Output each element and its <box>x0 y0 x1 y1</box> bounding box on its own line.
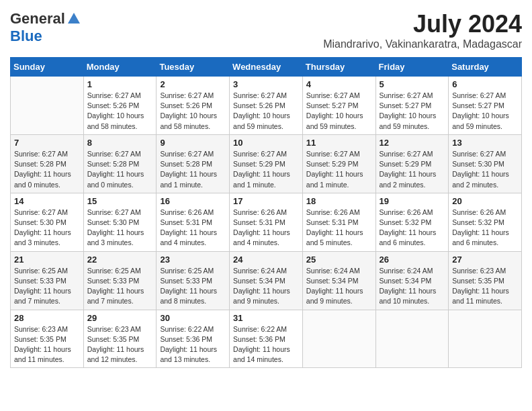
day-number: 13 <box>452 138 518 148</box>
day-info: Sunrise: 6:27 AMSunset: 5:28 PMDaylight:… <box>160 149 226 190</box>
day-number: 3 <box>233 79 299 89</box>
day-info: Sunrise: 6:27 AMSunset: 5:30 PMDaylight:… <box>452 149 518 190</box>
day-number: 5 <box>380 79 445 89</box>
calendar-cell: 13Sunrise: 6:27 AMSunset: 5:30 PMDayligh… <box>449 134 522 193</box>
calendar-cell: 16Sunrise: 6:26 AMSunset: 5:31 PMDayligh… <box>157 193 230 251</box>
day-info: Sunrise: 6:27 AMSunset: 5:26 PMDaylight:… <box>233 91 299 132</box>
calendar-cell: 7Sunrise: 6:27 AMSunset: 5:28 PMDaylight… <box>11 134 84 193</box>
calendar-cell: 1Sunrise: 6:27 AMSunset: 5:26 PMDaylight… <box>83 77 157 135</box>
calendar-cell: 6Sunrise: 6:27 AMSunset: 5:27 PMDaylight… <box>449 77 522 135</box>
header-row: SundayMondayTuesdayWednesdayThursdayFrid… <box>11 58 522 77</box>
calendar-cell: 30Sunrise: 6:22 AMSunset: 5:36 PMDayligh… <box>157 310 230 368</box>
day-info: Sunrise: 6:22 AMSunset: 5:36 PMDaylight:… <box>160 324 226 365</box>
day-info: Sunrise: 6:27 AMSunset: 5:29 PMDaylight:… <box>233 149 299 190</box>
day-info: Sunrise: 6:22 AMSunset: 5:36 PMDaylight:… <box>233 324 299 365</box>
calendar-cell <box>449 310 522 368</box>
calendar-table: SundayMondayTuesdayWednesdayThursdayFrid… <box>10 57 522 368</box>
month-title: July 2024 <box>323 10 522 38</box>
page-header: General Blue July 2024 Miandrarivo, Vaki… <box>10 10 522 50</box>
calendar-cell <box>11 77 84 135</box>
calendar-cell: 20Sunrise: 6:26 AMSunset: 5:32 PMDayligh… <box>449 193 522 251</box>
day-info: Sunrise: 6:27 AMSunset: 5:29 PMDaylight:… <box>380 149 445 190</box>
day-info: Sunrise: 6:27 AMSunset: 5:26 PMDaylight:… <box>87 91 153 132</box>
svg-marker-0 <box>68 13 80 24</box>
day-number: 11 <box>306 138 372 148</box>
calendar-cell: 12Sunrise: 6:27 AMSunset: 5:29 PMDayligh… <box>375 134 449 193</box>
day-number: 16 <box>160 196 226 206</box>
day-number: 15 <box>87 196 153 206</box>
day-number: 20 <box>452 196 518 206</box>
calendar-cell: 31Sunrise: 6:22 AMSunset: 5:36 PMDayligh… <box>230 310 303 368</box>
location-title: Miandrarivo, Vakinankaratra, Madagascar <box>323 38 522 50</box>
week-row: 7Sunrise: 6:27 AMSunset: 5:28 PMDaylight… <box>11 134 522 193</box>
day-info: Sunrise: 6:26 AMSunset: 5:32 PMDaylight:… <box>452 208 518 248</box>
day-info: Sunrise: 6:23 AMSunset: 5:35 PMDaylight:… <box>14 324 80 365</box>
week-row: 28Sunrise: 6:23 AMSunset: 5:35 PMDayligh… <box>11 310 522 368</box>
day-number: 24 <box>233 255 299 265</box>
day-number: 14 <box>14 196 80 206</box>
day-number: 4 <box>306 79 372 89</box>
day-info: Sunrise: 6:25 AMSunset: 5:33 PMDaylight:… <box>160 266 226 307</box>
calendar-cell: 15Sunrise: 6:27 AMSunset: 5:30 PMDayligh… <box>83 193 157 251</box>
day-info: Sunrise: 6:25 AMSunset: 5:33 PMDaylight:… <box>87 266 153 307</box>
day-info: Sunrise: 6:23 AMSunset: 5:35 PMDaylight:… <box>87 324 153 365</box>
calendar-cell <box>375 310 449 368</box>
day-info: Sunrise: 6:27 AMSunset: 5:27 PMDaylight:… <box>452 91 518 132</box>
day-number: 23 <box>160 255 226 265</box>
day-number: 8 <box>87 138 153 148</box>
day-number: 17 <box>233 196 299 206</box>
week-row: 14Sunrise: 6:27 AMSunset: 5:30 PMDayligh… <box>11 193 522 251</box>
day-number: 22 <box>87 255 153 265</box>
day-info: Sunrise: 6:25 AMSunset: 5:33 PMDaylight:… <box>14 266 80 307</box>
day-number: 10 <box>233 138 299 148</box>
calendar-cell: 27Sunrise: 6:23 AMSunset: 5:35 PMDayligh… <box>449 251 522 310</box>
day-number: 29 <box>87 313 153 323</box>
day-number: 21 <box>14 255 80 265</box>
calendar-cell: 24Sunrise: 6:24 AMSunset: 5:34 PMDayligh… <box>230 251 303 310</box>
day-number: 25 <box>306 255 372 265</box>
day-info: Sunrise: 6:26 AMSunset: 5:31 PMDaylight:… <box>233 208 299 248</box>
header-tuesday: Tuesday <box>157 58 230 77</box>
logo-icon <box>66 11 81 26</box>
logo-general: General <box>10 10 65 28</box>
header-wednesday: Wednesday <box>230 58 303 77</box>
day-info: Sunrise: 6:24 AMSunset: 5:34 PMDaylight:… <box>380 266 445 307</box>
day-number: 6 <box>452 79 518 89</box>
header-monday: Monday <box>83 58 157 77</box>
calendar-cell: 25Sunrise: 6:24 AMSunset: 5:34 PMDayligh… <box>302 251 375 310</box>
day-info: Sunrise: 6:27 AMSunset: 5:30 PMDaylight:… <box>87 208 153 248</box>
week-row: 1Sunrise: 6:27 AMSunset: 5:26 PMDaylight… <box>11 77 522 135</box>
day-info: Sunrise: 6:27 AMSunset: 5:28 PMDaylight:… <box>14 149 80 190</box>
day-info: Sunrise: 6:27 AMSunset: 5:28 PMDaylight:… <box>87 149 153 190</box>
day-info: Sunrise: 6:26 AMSunset: 5:31 PMDaylight:… <box>306 208 372 248</box>
calendar-cell: 21Sunrise: 6:25 AMSunset: 5:33 PMDayligh… <box>11 251 84 310</box>
day-info: Sunrise: 6:24 AMSunset: 5:34 PMDaylight:… <box>233 266 299 307</box>
calendar-cell: 29Sunrise: 6:23 AMSunset: 5:35 PMDayligh… <box>83 310 157 368</box>
logo-blue: Blue <box>10 28 42 45</box>
header-saturday: Saturday <box>449 58 522 77</box>
calendar-cell: 18Sunrise: 6:26 AMSunset: 5:31 PMDayligh… <box>302 193 375 251</box>
day-number: 7 <box>14 138 80 148</box>
header-thursday: Thursday <box>302 58 375 77</box>
calendar-cell: 28Sunrise: 6:23 AMSunset: 5:35 PMDayligh… <box>11 310 84 368</box>
day-number: 19 <box>380 196 445 206</box>
calendar-cell: 9Sunrise: 6:27 AMSunset: 5:28 PMDaylight… <box>157 134 230 193</box>
calendar-cell: 8Sunrise: 6:27 AMSunset: 5:28 PMDaylight… <box>83 134 157 193</box>
header-sunday: Sunday <box>11 58 84 77</box>
day-number: 30 <box>160 313 226 323</box>
title-area: July 2024 Miandrarivo, Vakinankaratra, M… <box>323 10 522 50</box>
calendar-cell: 4Sunrise: 6:27 AMSunset: 5:27 PMDaylight… <box>302 77 375 135</box>
day-number: 27 <box>452 255 518 265</box>
day-number: 28 <box>14 313 80 323</box>
day-info: Sunrise: 6:27 AMSunset: 5:26 PMDaylight:… <box>160 91 226 132</box>
calendar-cell: 22Sunrise: 6:25 AMSunset: 5:33 PMDayligh… <box>83 251 157 310</box>
day-number: 31 <box>233 313 299 323</box>
calendar-cell: 11Sunrise: 6:27 AMSunset: 5:29 PMDayligh… <box>302 134 375 193</box>
week-row: 21Sunrise: 6:25 AMSunset: 5:33 PMDayligh… <box>11 251 522 310</box>
header-friday: Friday <box>375 58 449 77</box>
calendar-cell <box>302 310 375 368</box>
calendar-cell: 17Sunrise: 6:26 AMSunset: 5:31 PMDayligh… <box>230 193 303 251</box>
day-number: 1 <box>87 79 153 89</box>
day-info: Sunrise: 6:26 AMSunset: 5:32 PMDaylight:… <box>380 208 445 248</box>
day-info: Sunrise: 6:27 AMSunset: 5:27 PMDaylight:… <box>380 91 445 132</box>
